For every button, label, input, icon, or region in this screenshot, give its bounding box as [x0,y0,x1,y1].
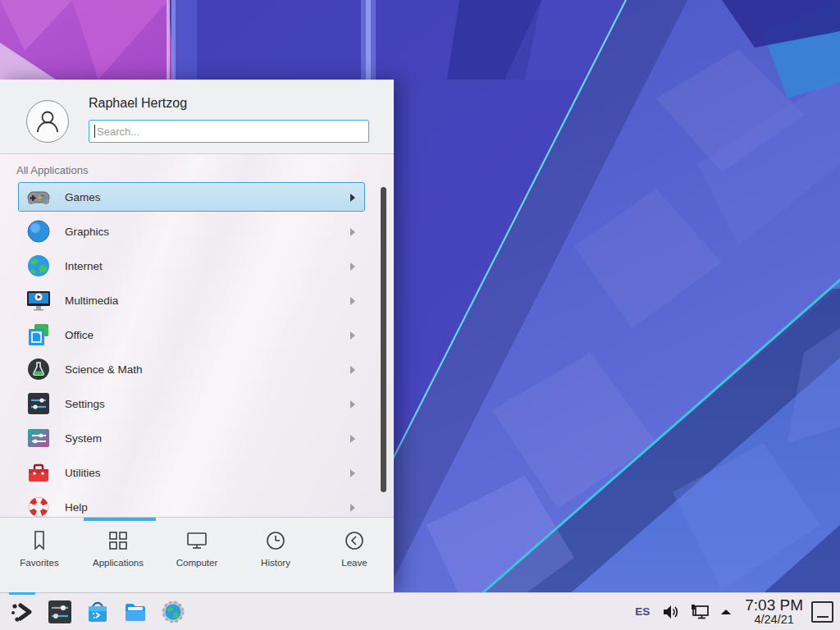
clock-icon [263,528,288,553]
digital-clock[interactable]: 7:03 PM 4/24/21 [745,597,803,626]
list-item-label: Internet [65,260,103,272]
text-caret [94,125,95,138]
list-item-internet[interactable]: Internet [18,251,365,281]
tab-favorites[interactable]: Favorites [0,518,79,592]
submenu-arrow-icon [350,366,355,374]
discover-icon [84,599,111,625]
system-settings-icon [47,599,73,625]
tab-history[interactable]: History [236,518,315,592]
graphics-icon [25,218,52,244]
expand-arrow-icon[interactable] [718,601,734,623]
tab-label: Leave [341,558,367,568]
list-item-label: Help [65,501,88,514]
search-input[interactable] [89,120,369,143]
volume-icon[interactable] [660,601,682,623]
web-browser-icon [160,599,186,625]
list-item-label: Office [65,329,94,341]
list-item-label: Multimedia [65,294,118,307]
user-avatar[interactable] [26,100,69,143]
section-label: All Applications [0,154,394,182]
bookmark-icon [27,528,52,553]
monitor-icon [185,528,209,553]
tab-label: Computer [176,558,218,568]
submenu-arrow-icon [350,297,355,305]
tab-applications[interactable]: Applications [79,518,158,592]
desktop: Raphael Hertzog All Applications Gam [0,0,840,630]
list-item-label: System [65,432,102,445]
search-field[interactable] [89,120,369,143]
tab-label: Applications [93,558,144,568]
tab-computer[interactable]: Computer [158,518,236,592]
launcher-body: All Applications Games [0,154,394,517]
list-item-label: Settings [65,398,105,410]
tab-label: History [261,558,290,568]
submenu-arrow-icon [350,194,355,202]
folder-icon [122,599,148,625]
list-item-utilities[interactable]: Utilities [18,458,365,487]
launcher-header: Raphael Hertzog [0,80,394,154]
file-manager-button[interactable] [121,598,149,626]
list-item-games[interactable]: Games [18,182,365,212]
submenu-arrow-icon [350,504,355,512]
tab-leave[interactable]: Leave [315,518,394,592]
list-item-label: Games [65,191,101,203]
clock-date: 4/24/21 [745,614,803,626]
tab-bar: Favorites Applications [0,518,394,592]
list-item-multimedia[interactable]: Multimedia [18,285,365,315]
submenu-arrow-icon [350,262,355,271]
list-item-label: Utilities [65,467,101,479]
grid-icon [106,528,130,553]
multimedia-icon [25,287,52,313]
office-icon [25,322,52,348]
submenu-arrow-icon [350,228,355,236]
list-item-label: Science & Math [65,363,143,376]
system-tray: ES 7:03 PM 4/24/21 [635,597,833,626]
list-item-settings[interactable]: Settings [18,389,365,418]
show-desktop-glyph [817,616,829,618]
active-app-indicator [9,592,35,595]
taskbar: ES 7:03 PM 4/24/21 [0,592,840,630]
submenu-arrow-icon [350,331,355,340]
list-item-help[interactable]: Help [18,492,365,517]
keyboard-layout-indicator[interactable]: ES [635,605,650,618]
scrollbar[interactable] [381,187,386,492]
internet-icon [25,253,52,279]
leave-icon [342,528,367,553]
list-item-science[interactable]: Science & Math [18,354,365,384]
discover-button[interactable] [84,598,112,626]
network-icon[interactable] [689,601,710,623]
active-tab-indicator [84,518,156,521]
system-icon [25,425,52,451]
list-item-office[interactable]: Office [18,320,365,349]
application-launcher: Raphael Hertzog All Applications Gam [0,80,394,592]
science-icon [25,356,52,382]
submenu-arrow-icon [350,469,355,477]
help-icon [25,494,52,517]
list-item-system[interactable]: System [18,423,365,453]
web-browser-button[interactable] [159,598,187,626]
submenu-arrow-icon [350,400,355,409]
submenu-arrow-icon [350,435,355,443]
list-item-graphics[interactable]: Graphics [18,217,365,246]
category-list: Games Graphics [0,182,394,517]
show-desktop-button[interactable] [811,601,833,623]
kickoff-icon [9,599,35,625]
user-icon [34,107,62,135]
settings-icon [25,390,52,417]
clock-time: 7:03 PM [745,597,803,614]
utilities-icon [25,459,52,486]
launcher-footer: Favorites Applications [0,517,394,592]
tab-label: Favorites [20,558,58,568]
games-icon [25,184,52,210]
system-settings-button[interactable] [46,598,74,626]
list-item-label: Graphics [65,226,109,238]
kickoff-launcher-button[interactable] [8,598,36,626]
user-name: Raphael Hertzog [89,96,187,111]
